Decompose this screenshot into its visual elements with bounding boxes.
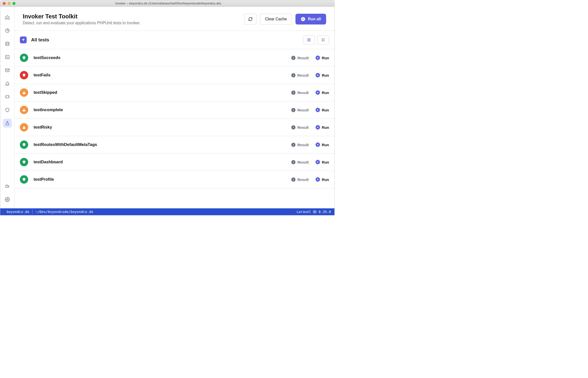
- play-icon: [301, 17, 306, 22]
- nav-mail[interactable]: [3, 66, 12, 75]
- run-button[interactable]: Run: [316, 90, 329, 95]
- section-title: All tests: [31, 37, 49, 43]
- mail-icon: [5, 68, 10, 73]
- run-button[interactable]: Run: [316, 142, 329, 147]
- test-status-icon: [20, 106, 28, 114]
- play-icon: [316, 160, 320, 164]
- svg-rect-9: [324, 39, 325, 40]
- grid-icon: [321, 38, 325, 42]
- window-maximize-button[interactable]: [13, 2, 15, 5]
- result-label: Result: [297, 73, 309, 77]
- info-icon: i: [291, 177, 295, 182]
- play-icon: [316, 142, 320, 147]
- database-icon: [5, 41, 10, 46]
- test-name: testFails: [34, 73, 286, 78]
- test-row: testProfile i Result Run: [14, 171, 335, 188]
- page-subtitle: Detect, run and evaluate your applicatio…: [23, 21, 244, 25]
- info-icon: i: [291, 91, 295, 95]
- play-icon: [316, 55, 320, 60]
- ticket-icon: [5, 94, 10, 99]
- test-name: testProfile: [34, 177, 286, 182]
- result-label: Result: [297, 91, 309, 95]
- run-label: Run: [322, 143, 329, 147]
- test-status-icon: [20, 175, 28, 184]
- nav-home[interactable]: [3, 13, 12, 22]
- svg-point-15: [24, 93, 24, 94]
- svg-point-3: [7, 199, 8, 200]
- nav-settings[interactable]: [3, 195, 12, 204]
- result-label: Result: [297, 177, 309, 182]
- test-name: testDashboard: [34, 160, 286, 164]
- run-all-button[interactable]: Run all: [295, 14, 326, 25]
- play-icon: [316, 177, 320, 182]
- test-name: testRisky: [34, 125, 286, 130]
- nav-security[interactable]: [3, 106, 12, 114]
- test-row: testSkipped i Result Run: [14, 84, 335, 101]
- result-button[interactable]: i Result: [291, 143, 309, 147]
- nav-notifications[interactable]: [3, 79, 12, 88]
- test-name: testSkipped: [34, 90, 286, 95]
- result-button[interactable]: i Result: [291, 91, 309, 95]
- nav-database[interactable]: [3, 40, 12, 48]
- info-icon: i: [291, 56, 295, 60]
- test-name: testIncomplete: [34, 108, 286, 112]
- beaker-icon: [5, 121, 10, 126]
- test-row: testRisky i Result Run: [14, 119, 335, 136]
- status-project[interactable]: beyondco.de: [4, 210, 32, 214]
- puzzle-icon: [5, 184, 10, 189]
- window-minimize-button[interactable]: [8, 2, 11, 5]
- result-button[interactable]: i Result: [291, 177, 309, 182]
- refresh-icon: [248, 17, 252, 21]
- test-row: testIncomplete i Result Run: [14, 101, 335, 119]
- svg-point-13: [24, 76, 24, 76]
- shield-icon: [5, 108, 10, 112]
- home-icon: [5, 15, 10, 20]
- nav-terminal[interactable]: [3, 53, 12, 61]
- view-list-button[interactable]: [303, 35, 315, 45]
- test-row: testSucceeds i Result Run: [14, 49, 335, 67]
- result-label: Result: [297, 56, 309, 60]
- result-button[interactable]: i Result: [291, 108, 309, 112]
- test-status-icon: [20, 141, 28, 149]
- result-button[interactable]: i Result: [291, 73, 309, 77]
- run-button[interactable]: Run: [316, 177, 329, 182]
- window-close-button[interactable]: [3, 2, 6, 5]
- svg-rect-8: [322, 39, 323, 40]
- run-button[interactable]: Run: [316, 55, 329, 60]
- run-label: Run: [322, 108, 329, 112]
- result-button[interactable]: i Result: [291, 125, 309, 130]
- view-grid-button[interactable]: [317, 35, 329, 45]
- triangle-alert-icon: [22, 125, 26, 130]
- status-path[interactable]: ~/Dev/beyondcode/beyondco.de: [33, 210, 96, 214]
- nav-tests[interactable]: [3, 119, 12, 128]
- nav-reports[interactable]: [3, 26, 12, 35]
- run-label: Run: [322, 160, 329, 164]
- test-row: testDashboard i Result Run: [14, 153, 335, 171]
- clear-cache-button[interactable]: Clear Cache: [260, 14, 292, 25]
- status-framework: Laravel: [296, 210, 311, 214]
- bell-icon: [5, 81, 10, 86]
- test-status-icon: [20, 54, 28, 62]
- run-button[interactable]: Run: [316, 108, 329, 112]
- result-label: Result: [297, 108, 309, 112]
- nav-tickets[interactable]: [3, 92, 12, 101]
- result-label: Result: [297, 160, 309, 164]
- filter-button[interactable]: [20, 37, 27, 43]
- run-label: Run: [322, 73, 329, 77]
- window-title: Invoker – beyondco.de (/Users/dianaschar…: [15, 1, 335, 5]
- svg-rect-11: [324, 40, 325, 41]
- result-button[interactable]: i Result: [291, 56, 309, 60]
- result-label: Result: [297, 143, 309, 147]
- nav-plugins[interactable]: [3, 182, 12, 191]
- run-button[interactable]: Run: [316, 73, 329, 77]
- gear-icon: [5, 197, 10, 202]
- run-label: Run: [322, 125, 329, 130]
- run-all-label: Run all: [308, 17, 321, 21]
- run-label: Run: [322, 177, 329, 182]
- test-row: testFails i Result Run: [14, 67, 335, 84]
- shield-check-icon: [22, 177, 26, 182]
- result-button[interactable]: i Result: [291, 160, 309, 164]
- refresh-button[interactable]: [244, 14, 256, 25]
- run-button[interactable]: Run: [316, 160, 329, 164]
- run-button[interactable]: Run: [316, 125, 329, 130]
